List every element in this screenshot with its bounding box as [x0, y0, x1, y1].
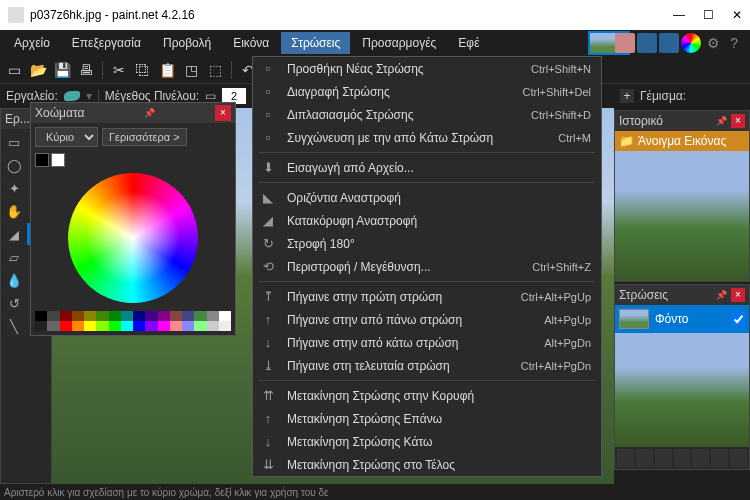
- maximize-button[interactable]: ☐: [703, 8, 714, 22]
- menu-item[interactable]: ◣Οριζόντια Αναστροφή: [253, 186, 601, 209]
- palette-swatch[interactable]: [207, 321, 219, 331]
- layer-props-icon[interactable]: [730, 449, 747, 467]
- settings-icon[interactable]: ⚙: [707, 35, 720, 51]
- menu-Αρχείο[interactable]: Αρχείο: [4, 32, 60, 54]
- menu-item[interactable]: ▫Προσθήκη Νέας ΣτρώσηςCtrl+Shift+N: [253, 57, 601, 80]
- menu-item[interactable]: ⇈Μετακίνηση Στρώσης στην Κορυφή: [253, 384, 601, 407]
- palette-swatch[interactable]: [145, 321, 157, 331]
- colors-pin-icon[interactable]: 📌: [144, 108, 155, 118]
- menu-item[interactable]: ▫Διαγραφή ΣτρώσηςCtrl+Shift+Del: [253, 80, 601, 103]
- color-mode-select[interactable]: Κύριο: [35, 127, 98, 147]
- layer-item[interactable]: Φόντο: [615, 305, 749, 333]
- palette-swatch[interactable]: [35, 321, 47, 331]
- deselect-icon[interactable]: ⬚: [205, 60, 225, 80]
- palette-swatch[interactable]: [121, 321, 133, 331]
- tool-gradient[interactable]: ◢: [3, 223, 26, 245]
- save-icon[interactable]: 💾: [52, 60, 72, 80]
- merge-layer-icon[interactable]: [674, 449, 691, 467]
- palette-swatch[interactable]: [219, 321, 231, 331]
- color-palette[interactable]: [31, 307, 235, 335]
- palette-swatch[interactable]: [109, 321, 121, 331]
- palette-swatch[interactable]: [182, 311, 194, 321]
- menu-item[interactable]: ↑Μετακίνηση Στρώσης Επάνω: [253, 407, 601, 430]
- palette-swatch[interactable]: [194, 321, 206, 331]
- palette-swatch[interactable]: [170, 321, 182, 331]
- minimize-button[interactable]: —: [673, 8, 685, 22]
- menu-Προσαρμογές[interactable]: Προσαρμογές: [352, 32, 446, 54]
- palette-swatch[interactable]: [158, 321, 170, 331]
- color-wheel[interactable]: [68, 173, 198, 303]
- menu-Στρώσεις[interactable]: Στρώσεις: [281, 32, 350, 54]
- layer-visibility-checkbox[interactable]: [732, 313, 745, 326]
- tool-pan[interactable]: ✋: [3, 200, 26, 222]
- history-toggle-icon[interactable]: [637, 33, 657, 53]
- menu-item[interactable]: ◢Κατακόρυφη Αναστροφή: [253, 209, 601, 232]
- primary-color-swatch[interactable]: [35, 153, 49, 167]
- palette-swatch[interactable]: [35, 311, 47, 321]
- menu-item[interactable]: ↓Μετακίνηση Στρώσης Κάτω: [253, 430, 601, 453]
- palette-swatch[interactable]: [158, 311, 170, 321]
- palette-swatch[interactable]: [47, 321, 59, 331]
- palette-swatch[interactable]: [121, 311, 133, 321]
- plus-icon[interactable]: +: [620, 89, 634, 103]
- menu-Εφέ[interactable]: Εφέ: [448, 32, 489, 54]
- history-item[interactable]: 📁Άνοιγμα Εικόνας: [615, 131, 749, 151]
- palette-swatch[interactable]: [182, 321, 194, 331]
- tool-recolor[interactable]: ↺: [3, 292, 26, 314]
- secondary-color-swatch[interactable]: [51, 153, 65, 167]
- palette-swatch[interactable]: [47, 311, 59, 321]
- palette-swatch[interactable]: [72, 321, 84, 331]
- print-icon[interactable]: 🖶: [76, 60, 96, 80]
- palette-swatch[interactable]: [96, 321, 108, 331]
- palette-swatch[interactable]: [207, 311, 219, 321]
- tool-selector-icon[interactable]: [64, 91, 80, 101]
- menu-item[interactable]: ⬇Εισαγωγή από Αρχείο...: [253, 156, 601, 179]
- palette-swatch[interactable]: [219, 311, 231, 321]
- paste-icon[interactable]: 📋: [157, 60, 177, 80]
- close-button[interactable]: ✕: [732, 8, 742, 22]
- menu-item[interactable]: ▫Διπλασιασμός ΣτρώσηςCtrl+Shift+D: [253, 103, 601, 126]
- more-button[interactable]: Γερισσότερα >: [102, 128, 187, 146]
- palette-swatch[interactable]: [194, 311, 206, 321]
- colors-toggle-icon[interactable]: [681, 33, 701, 53]
- palette-swatch[interactable]: [60, 311, 72, 321]
- open-icon[interactable]: 📂: [28, 60, 48, 80]
- tool-lasso[interactable]: ◯: [3, 154, 26, 176]
- cut-icon[interactable]: ✂: [109, 60, 129, 80]
- new-icon[interactable]: ▭: [4, 60, 24, 80]
- palette-swatch[interactable]: [60, 321, 72, 331]
- menu-item[interactable]: ↑Πήγαινε στην από πάνω στρώσηAlt+PgUp: [253, 308, 601, 331]
- duplicate-layer-icon[interactable]: [655, 449, 672, 467]
- menu-Προβολή[interactable]: Προβολή: [153, 32, 221, 54]
- menu-item[interactable]: ⟲Περιστροφή / Μεγέθυνση...Ctrl+Shift+Z: [253, 255, 601, 278]
- palette-swatch[interactable]: [170, 311, 182, 321]
- menu-Εικόνα[interactable]: Εικόνα: [223, 32, 279, 54]
- palette-swatch[interactable]: [72, 311, 84, 321]
- add-layer-icon[interactable]: [617, 449, 634, 467]
- palette-swatch[interactable]: [84, 321, 96, 331]
- palette-swatch[interactable]: [145, 311, 157, 321]
- layers-pin-icon[interactable]: 📌: [716, 290, 727, 300]
- move-down-icon[interactable]: [711, 449, 728, 467]
- tool-wand[interactable]: ✦: [3, 177, 26, 199]
- menu-item[interactable]: ↻Στροφή 180°: [253, 232, 601, 255]
- help-icon[interactable]: ?: [730, 35, 738, 51]
- menu-item[interactable]: ⤒Πήγαινε στην πρώτη στρώσηCtrl+Alt+PgUp: [253, 285, 601, 308]
- tools-toggle-icon[interactable]: [615, 33, 635, 53]
- tool-line[interactable]: ╲: [3, 315, 26, 337]
- palette-swatch[interactable]: [84, 311, 96, 321]
- tool-picker[interactable]: 💧: [3, 269, 26, 291]
- menu-item[interactable]: ▫Συγχώνευση με την από Κάτω ΣτρώσηCtrl+M: [253, 126, 601, 149]
- colors-close[interactable]: ×: [215, 105, 231, 121]
- history-pin-icon[interactable]: 📌: [716, 116, 727, 126]
- copy-icon[interactable]: ⿻: [133, 60, 153, 80]
- layers-close[interactable]: ×: [731, 288, 745, 302]
- menu-item[interactable]: ⇊Μετακίνηση Στρώσης στο Τέλος: [253, 453, 601, 476]
- decrease-icon[interactable]: ▭: [205, 89, 216, 103]
- menu-item[interactable]: ↓Πήγαινε στην από κάτω στρώσηAlt+PgDn: [253, 331, 601, 354]
- history-close[interactable]: ×: [731, 114, 745, 128]
- palette-swatch[interactable]: [133, 311, 145, 321]
- delete-layer-icon[interactable]: [636, 449, 653, 467]
- crop-icon[interactable]: ◳: [181, 60, 201, 80]
- palette-swatch[interactable]: [109, 311, 121, 321]
